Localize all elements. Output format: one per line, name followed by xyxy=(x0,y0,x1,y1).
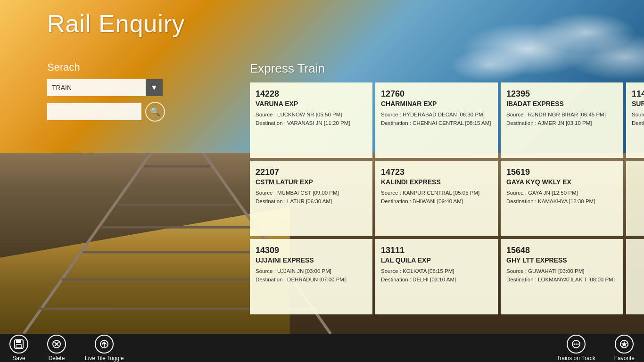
live-tile-toggle-icon xyxy=(95,335,114,354)
train-card[interactable]: 15648 GHY LTT EXPRESS Source : GUWAHATI … xyxy=(501,239,623,314)
train-card[interactable] xyxy=(626,161,644,236)
train-number: 12395 xyxy=(506,89,618,99)
section-title: Express Train xyxy=(250,61,644,76)
train-source: Source : MUMBAI CST [09:00 PM] xyxy=(256,189,367,197)
train-number: 15619 xyxy=(506,167,618,177)
train-number: 14228 xyxy=(256,89,367,99)
train-destination: Destination : CHENNAI CENTRAL [08:15 AM] xyxy=(381,120,492,127)
train-destination: Destination : LOKMANYATILAK T [08:00 PM] xyxy=(506,276,618,283)
search-panel: Serach TRAIN STATION PNR ▼ 🔍 xyxy=(47,61,179,122)
train-name: IBADAT EXPRESS xyxy=(506,100,618,107)
dropdown-wrapper: TRAIN STATION PNR ▼ xyxy=(47,79,163,96)
train-source: Source : xyxy=(632,111,644,118)
train-name: VARUNA EXP xyxy=(256,100,367,107)
train-card[interactable]: 14723 KALINDI EXPRESS Source : KANPUR CE… xyxy=(375,161,498,236)
train-card[interactable] xyxy=(626,239,644,314)
train-source: Source : LUCKNOW NR [05:50 PM] xyxy=(256,111,367,118)
train-name: GAYA KYQ WKLY EX xyxy=(506,178,618,186)
search-row: 🔍 xyxy=(47,102,179,122)
svg-point-18 xyxy=(575,343,577,345)
train-destination: Destination : DEHRADUN [07:00 PM] xyxy=(256,276,367,283)
svg-marker-21 xyxy=(621,341,627,347)
taskbar: Save Delete Live Tile Toggle xyxy=(0,334,644,362)
svg-rect-11 xyxy=(16,345,22,348)
train-card[interactable]: 12395 IBADAT EXPRESS Source : RJNDR NGR … xyxy=(501,82,623,158)
train-destination: Destination : LATUR [06:30 AM] xyxy=(256,198,367,205)
train-number: 14723 xyxy=(381,167,492,177)
trains-on-track-button[interactable]: Trains on Track xyxy=(547,335,604,362)
favorite-button[interactable]: Favorite xyxy=(605,335,644,362)
train-card[interactable]: 14309 UJJAINI EXPRESS Source : UJJAIN JN… xyxy=(250,239,372,314)
train-name: GHY LTT EXPRESS xyxy=(506,256,618,264)
favorite-icon xyxy=(615,335,634,354)
train-grid: 14228 VARUNA EXP Source : LUCKNOW NR [05… xyxy=(250,82,644,314)
train-card[interactable]: 11423 SUR M Source : Destina xyxy=(626,82,644,158)
train-destination: Destination : BHIWANI [09:40 AM] xyxy=(381,198,492,205)
train-source: Source : RJNDR NGR BIHAR [06:45 PM] xyxy=(506,111,618,118)
search-input[interactable] xyxy=(47,103,141,120)
search-dropdown[interactable]: TRAIN STATION PNR xyxy=(47,79,163,96)
save-icon xyxy=(9,335,28,354)
train-number: 22107 xyxy=(256,167,367,177)
train-name: CSTM LATUR EXP xyxy=(256,178,367,186)
content-layer: Rail Enquiry Serach TRAIN STATION PNR ▼ … xyxy=(0,0,644,334)
delete-label: Delete xyxy=(49,355,65,362)
favorite-label: Favorite xyxy=(614,355,635,362)
delete-button[interactable]: Delete xyxy=(38,335,75,362)
svg-rect-10 xyxy=(16,340,21,343)
train-source: Source : GAYA JN [12:50 PM] xyxy=(506,189,618,197)
trains-on-track-label: Trains on Track xyxy=(556,355,595,362)
train-card[interactable]: 12760 CHARMINAR EXP Source : HYDERABAD D… xyxy=(375,82,498,158)
train-name: LAL QUILA EXP xyxy=(381,256,492,264)
train-source: Source : KANPUR CENTRAL [05:05 PM] xyxy=(381,189,492,197)
train-card[interactable]: 13111 LAL QUILA EXP Source : KOLKATA [08… xyxy=(375,239,498,314)
delete-icon xyxy=(47,335,66,354)
train-number: 13111 xyxy=(381,246,492,255)
svg-point-19 xyxy=(577,343,578,345)
train-card[interactable]: 22107 CSTM LATUR EXP Source : MUMBAI CST… xyxy=(250,161,372,236)
train-destination: Destination : DELHI [03:10 AM] xyxy=(381,276,492,283)
train-card[interactable]: 15619 GAYA KYQ WKLY EX Source : GAYA JN … xyxy=(501,161,623,236)
live-tile-toggle-button[interactable]: Live Tile Toggle xyxy=(75,335,133,362)
train-number: 12760 xyxy=(381,89,492,99)
save-label: Save xyxy=(12,355,25,362)
search-icon: 🔍 xyxy=(150,107,160,117)
train-destination: Destina xyxy=(632,120,644,127)
train-source: Source : GUWAHATI [03:00 PM] xyxy=(506,268,618,275)
train-source: Source : KOLKATA [08:15 PM] xyxy=(381,268,492,275)
train-name: SUR M xyxy=(632,100,644,107)
train-number: 14309 xyxy=(256,246,367,255)
train-number: 15648 xyxy=(506,246,618,255)
train-destination: Destination : KAMAKHYA [12:30 PM] xyxy=(506,198,618,205)
train-name: UJJAINI EXPRESS xyxy=(256,256,367,264)
search-button[interactable]: 🔍 xyxy=(145,102,165,122)
search-label: Serach xyxy=(47,61,179,74)
trains-on-track-icon xyxy=(567,335,586,354)
train-name: CHARMINAR EXP xyxy=(381,100,492,107)
app-title: Rail Enquiry xyxy=(47,9,185,38)
train-destination: Destination : VARANASI JN [11:20 PM] xyxy=(256,120,367,127)
svg-point-17 xyxy=(573,343,575,345)
train-card[interactable]: 14228 VARUNA EXP Source : LUCKNOW NR [05… xyxy=(250,82,372,158)
train-source: Source : UJJAIN JN [03:00 PM] xyxy=(256,268,367,275)
live-tile-toggle-label: Live Tile Toggle xyxy=(85,355,124,362)
train-source: Source : HYDERABAD DECAN [06:30 PM] xyxy=(381,111,492,118)
train-destination: Destination : AJMER JN [03:10 PM] xyxy=(506,120,618,127)
train-name: KALINDI EXPRESS xyxy=(381,178,492,186)
train-panel: Express Train 14228 VARUNA EXP Source : … xyxy=(250,61,644,334)
save-button[interactable]: Save xyxy=(0,335,38,362)
train-number: 11423 xyxy=(632,89,644,99)
